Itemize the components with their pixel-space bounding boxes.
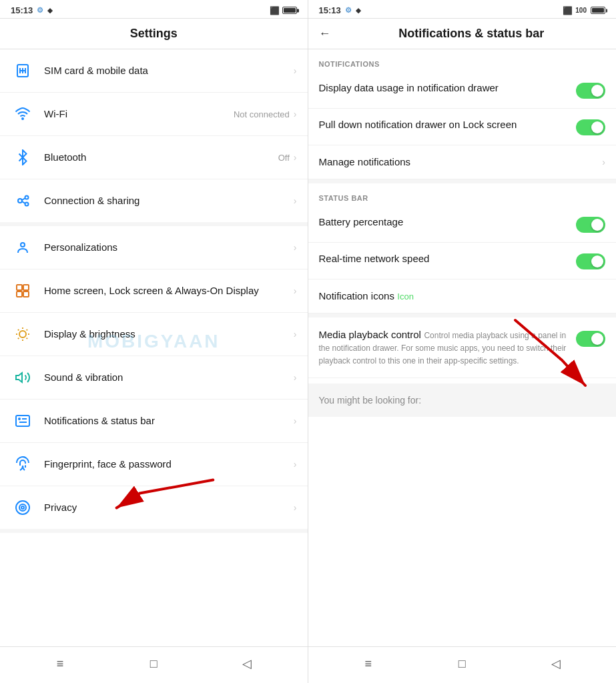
screen-record-icon: ⬛ [270, 6, 280, 15]
right-nav-menu-button[interactable]: ≡ [358, 654, 378, 674]
statusbar-section-header: STATUS BAR [308, 183, 617, 206]
left-status-bar: 15:13 ⚙ ◆ ⬛ [0, 0, 308, 18]
homescreen-right: › [294, 285, 297, 296]
settings-item-connection[interactable]: Connection & sharing › [0, 179, 308, 222]
svg-rect-11 [23, 291, 29, 297]
battery-percentage-item[interactable]: Battery percentage [308, 206, 617, 243]
notification-icons-item[interactable]: Notification icons Icon [308, 279, 617, 313]
display-data-usage-content: Display data usage in notification drawe… [319, 81, 577, 95]
settings-item-personalizations[interactable]: Personalizations › [0, 226, 308, 269]
settings-item-display[interactable]: Display & brightness › [0, 313, 308, 356]
sim-chevron: › [294, 65, 297, 76]
realtime-network-toggle[interactable] [576, 253, 605, 269]
settings-item-bluetooth[interactable]: Bluetooth Off › [0, 136, 308, 179]
left-bottom-nav: ≡ □ ◁ [0, 646, 308, 683]
manage-notifications-item[interactable]: Manage notifications › [308, 145, 617, 179]
notifications-chevron: › [294, 416, 297, 426]
sim-label: SIM card & mobile data [44, 64, 294, 77]
connection-right: › [294, 195, 297, 206]
right-settings-list: NOTIFICATIONS Display data usage in noti… [308, 49, 617, 646]
settings-section-1: SIM card & mobile data › Wi-Fi [0, 49, 308, 226]
home-icon: □ [150, 657, 158, 671]
looking-for-title: You might be looking for: [319, 395, 422, 406]
notifications-icon-container [11, 409, 35, 433]
fingerprint-chevron: › [294, 459, 297, 470]
nav-home-button[interactable]: □ [143, 654, 164, 674]
svg-point-12 [19, 331, 26, 337]
realtime-network-label: Real-time network speed [319, 253, 430, 264]
left-phone-panel: MOBIGYAAN 15:13 ⚙ ◆ ⬛ Settings [0, 0, 308, 683]
display-data-usage-item[interactable]: Display data usage in notification drawe… [308, 72, 617, 109]
svg-point-2 [18, 199, 22, 203]
wifi-content: Wi-Fi [44, 107, 234, 121]
right-status-bar: 15:13 ⚙ ◆ ⬛ 100 [308, 0, 617, 18]
connection-icon-container [11, 189, 35, 213]
homescreen-chevron: › [294, 285, 297, 296]
connection-content: Connection & sharing [44, 194, 294, 207]
settings-item-privacy[interactable]: Privacy › [0, 486, 308, 529]
wifi-chevron: › [294, 109, 297, 119]
left-title-bar: Settings [0, 19, 308, 49]
settings-item-notifications[interactable]: Notifications & status bar › [0, 400, 308, 443]
personalizations-chevron: › [294, 242, 297, 253]
svg-point-4 [25, 203, 29, 206]
svg-rect-14 [16, 416, 29, 426]
nav-back-button[interactable]: ◁ [237, 654, 257, 674]
realtime-network-content: Real-time network speed [319, 252, 577, 265]
notification-icons-sublabel: Icon [397, 291, 414, 301]
notifications-right: › [294, 416, 297, 426]
statusbar-section: STATUS BAR Battery percentage Real-time … [308, 183, 617, 317]
manage-notifications-content: Manage notifications [319, 156, 603, 168]
wifi-icon [15, 106, 31, 122]
looking-for-section: You might be looking for: [308, 384, 617, 417]
sound-icon-container [11, 366, 35, 390]
pull-down-lockscreen-item[interactable]: Pull down notification drawer on Lock sc… [308, 109, 617, 145]
gear-icon: ⚙ [37, 6, 43, 15]
fingerprint-content: Fingerprint, face & password [44, 458, 294, 471]
privacy-label: Privacy [44, 501, 294, 514]
pull-down-lockscreen-content: Pull down notification drawer on Lock sc… [319, 118, 577, 131]
svg-point-1 [22, 118, 23, 119]
manage-notifications-chevron: › [602, 157, 605, 167]
media-playback-item[interactable]: Media playback control Control media pla… [308, 317, 617, 378]
settings-item-fingerprint[interactable]: Fingerprint, face & password › [0, 443, 308, 486]
pull-down-lockscreen-toggle[interactable] [576, 119, 605, 135]
connection-icon [15, 193, 31, 209]
notifications-section-header: NOTIFICATIONS [308, 49, 617, 72]
privacy-right: › [294, 502, 297, 513]
status-bar-left: 15:13 ⚙ ◆ [11, 5, 53, 15]
display-right: › [294, 329, 297, 339]
display-content: Display & brightness [44, 327, 294, 341]
left-time: 15:13 [11, 5, 33, 15]
back-arrow-button[interactable]: ← [319, 27, 331, 41]
personalizations-right: › [294, 242, 297, 253]
sound-right: › [294, 372, 297, 383]
nav-menu-button[interactable]: ≡ [50, 654, 70, 674]
settings-item-sim[interactable]: SIM card & mobile data › [0, 49, 308, 93]
right-battery-icon [591, 7, 605, 14]
svg-rect-8 [17, 285, 22, 290]
battery-percentage-toggle[interactable] [576, 217, 605, 233]
right-gear-icon: ⚙ [345, 6, 352, 15]
realtime-network-item[interactable]: Real-time network speed [308, 243, 617, 279]
settings-item-homescreen[interactable]: Home screen, Lock screen & Always-On Dis… [0, 269, 308, 313]
pull-down-lockscreen-label: Pull down notification drawer on Lock sc… [319, 119, 517, 130]
sound-content: Sound & vibration [44, 371, 294, 384]
media-section: Media playback control Control media pla… [308, 317, 617, 378]
settings-item-wifi[interactable]: Wi-Fi Not connected › [0, 93, 308, 136]
right-back-icon: ◁ [551, 656, 561, 671]
display-icon [15, 326, 31, 342]
display-data-usage-label: Display data usage in notification drawe… [319, 82, 499, 93]
settings-item-sound[interactable]: Sound & vibration › [0, 356, 308, 400]
notifications-content: Notifications & status bar [44, 414, 294, 428]
display-data-usage-toggle[interactable] [576, 83, 605, 99]
svg-point-3 [25, 196, 29, 199]
battery-percentage-content: Battery percentage [319, 215, 577, 229]
battery-percentage-label: Battery percentage [319, 216, 404, 227]
fingerprint-right: › [294, 459, 297, 470]
svg-point-7 [21, 243, 25, 247]
homescreen-label: Home screen, Lock screen & Always-On Dis… [44, 284, 294, 297]
right-nav-back-button[interactable]: ◁ [546, 654, 566, 674]
right-nav-home-button[interactable]: □ [452, 654, 472, 674]
media-playback-toggle[interactable] [576, 331, 605, 347]
